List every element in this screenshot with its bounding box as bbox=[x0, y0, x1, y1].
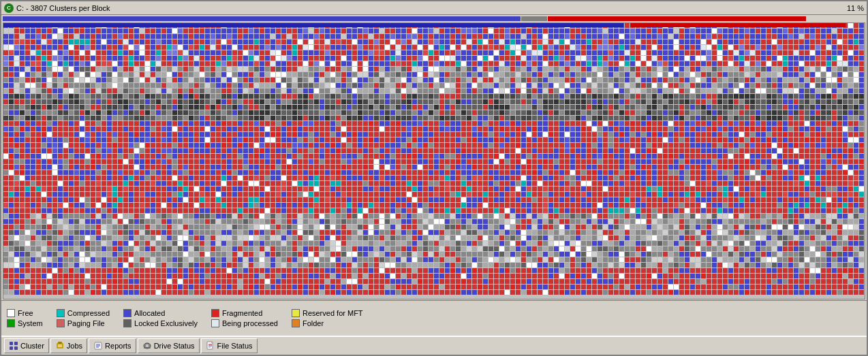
svg-rect-4 bbox=[57, 343, 63, 349]
jobs-button[interactable]: Jobs bbox=[50, 338, 87, 353]
progress-gray bbox=[521, 16, 547, 21]
legend-label-locked: Locked Exclusively bbox=[134, 319, 198, 327]
jobs-icon bbox=[55, 341, 65, 351]
svg-point-13 bbox=[146, 344, 149, 347]
file-status-button[interactable]: File Status bbox=[201, 338, 258, 353]
title-text: C: - 3807 Clusters per Block bbox=[16, 4, 847, 12]
legend-box-folder bbox=[292, 319, 300, 327]
reports-label: Reports bbox=[105, 342, 131, 350]
legend-box-system bbox=[7, 319, 15, 327]
progress-area bbox=[1, 15, 867, 22]
legend-box-fragmented bbox=[211, 309, 219, 317]
svg-rect-0 bbox=[10, 342, 13, 345]
legend-label-reserved-mft: Reserved for MFT bbox=[303, 309, 363, 317]
reports-button[interactable]: Reports bbox=[89, 338, 136, 353]
cluster-label: Cluster bbox=[20, 342, 44, 350]
cluster-icon bbox=[9, 341, 18, 351]
legend-compressed: Compressed bbox=[57, 309, 110, 317]
legend-col-3: Allocated Locked Exclusively bbox=[123, 309, 198, 327]
file-status-label: File Status bbox=[217, 342, 253, 350]
cluster-button[interactable]: Cluster bbox=[4, 338, 49, 353]
reports-icon bbox=[93, 341, 103, 351]
legend-label-compressed: Compressed bbox=[67, 309, 110, 317]
taskbar: Cluster Jobs Reports bbox=[1, 336, 867, 355]
legend-folder: Folder bbox=[292, 319, 363, 327]
legend-label-being-processed: Being processed bbox=[222, 319, 278, 327]
legend-label-allocated: Allocated bbox=[134, 309, 165, 317]
drive-status-label: Drive Status bbox=[154, 342, 195, 350]
legend-allocated: Allocated bbox=[123, 309, 198, 317]
legend-box-being-processed bbox=[211, 319, 219, 327]
svg-rect-2 bbox=[10, 346, 13, 350]
legend-col-5: Reserved for MFT Folder bbox=[292, 309, 363, 327]
legend-being-processed: Being processed bbox=[211, 319, 278, 327]
cluster-map-container bbox=[3, 22, 865, 300]
legend-paging: Paging File bbox=[57, 319, 110, 327]
svg-rect-14 bbox=[144, 347, 151, 349]
drive-status-icon bbox=[142, 341, 152, 351]
svg-rect-1 bbox=[14, 342, 18, 345]
progress-blue bbox=[3, 16, 521, 21]
main-window: C C: - 3807 Clusters per Block 11 % Free… bbox=[0, 0, 868, 356]
legend-col-4: Fragmented Being processed bbox=[211, 309, 278, 327]
legend-label-fragmented: Fragmented bbox=[222, 309, 262, 317]
title-bar: C C: - 3807 Clusters per Block 11 % bbox=[1, 1, 867, 15]
drive-status-button[interactable]: Drive Status bbox=[138, 338, 200, 353]
progress-red bbox=[548, 16, 807, 21]
percent-text: 11 % bbox=[847, 4, 864, 12]
legend-locked: Locked Exclusively bbox=[123, 319, 198, 327]
legend-reserved-mft: Reserved for MFT bbox=[292, 309, 363, 317]
legend-col-2: Compressed Paging File bbox=[57, 309, 110, 327]
legend-system: System bbox=[7, 319, 43, 327]
legend-box-paging bbox=[57, 319, 65, 327]
legend-label-system: System bbox=[18, 319, 43, 327]
jobs-label: Jobs bbox=[67, 342, 82, 350]
legend-label-free: Free bbox=[18, 309, 33, 317]
legend-box-reserved-mft bbox=[292, 309, 300, 317]
legend-label-folder: Folder bbox=[303, 319, 324, 327]
legend-free: Free bbox=[7, 309, 43, 317]
app-icon: C bbox=[4, 3, 14, 13]
legend-box-allocated bbox=[123, 309, 131, 317]
cluster-map-canvas bbox=[3, 23, 865, 299]
legend-bar: Free System Compressed Paging File Alloc… bbox=[1, 300, 867, 336]
legend-box-locked bbox=[123, 319, 131, 327]
legend-box-compressed bbox=[57, 309, 65, 317]
legend-label-paging: Paging File bbox=[67, 319, 105, 327]
svg-rect-3 bbox=[14, 346, 18, 350]
svg-rect-5 bbox=[58, 342, 62, 344]
legend-box-free bbox=[7, 309, 15, 317]
file-status-icon bbox=[206, 341, 215, 351]
legend-col-1: Free System bbox=[7, 309, 43, 327]
legend-fragmented: Fragmented bbox=[211, 309, 278, 317]
